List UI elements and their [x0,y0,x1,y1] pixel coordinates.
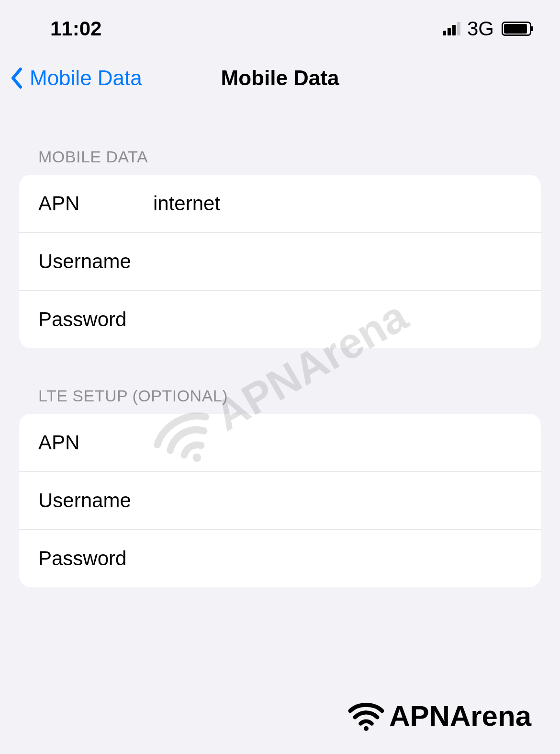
chevron-back-icon [10,68,24,89]
back-label: Mobile Data [30,66,142,90]
row-lte-password[interactable]: Password [19,530,541,587]
cellular-signal-icon [443,22,460,35]
section-lte-setup: LTE SETUP (OPTIONAL) APN Username Passwo… [0,387,560,587]
row-lte-apn[interactable]: APN [19,414,541,472]
row-lte-username[interactable]: Username [19,472,541,530]
page-title: Mobile Data [221,66,339,90]
group-lte-setup: APN Username Password [19,414,541,587]
navigation-header: Mobile Data Mobile Data [0,53,560,109]
username-input[interactable] [153,250,522,273]
svg-point-1 [364,726,369,731]
lte-username-label: Username [38,489,153,512]
lte-apn-label: APN [38,431,153,454]
section-header-mobile-data: MOBILE DATA [0,148,560,175]
lte-username-input[interactable] [153,489,522,512]
lte-password-input[interactable] [153,547,522,570]
password-label: Password [38,308,153,331]
status-time: 11:02 [50,17,101,40]
battery-icon [502,22,531,36]
section-mobile-data: MOBILE DATA APN Username Password [0,148,560,348]
watermark-bottom: APNArena [347,697,531,735]
group-mobile-data: APN Username Password [19,175,541,348]
lte-apn-input[interactable] [153,431,522,454]
status-bar: 11:02 3G [0,0,560,53]
username-label: Username [38,250,153,273]
row-apn[interactable]: APN [19,175,541,233]
row-username[interactable]: Username [19,233,541,291]
apn-input[interactable] [153,192,522,215]
wifi-icon [347,697,385,735]
status-indicators: 3G [443,17,531,40]
section-header-lte: LTE SETUP (OPTIONAL) [0,387,560,414]
lte-password-label: Password [38,547,153,570]
row-password[interactable]: Password [19,291,541,348]
watermark-bottom-text: APNArena [389,699,531,732]
apn-label: APN [38,192,153,215]
back-button[interactable]: Mobile Data [10,66,142,90]
network-type: 3G [467,17,494,40]
password-input[interactable] [153,308,522,331]
